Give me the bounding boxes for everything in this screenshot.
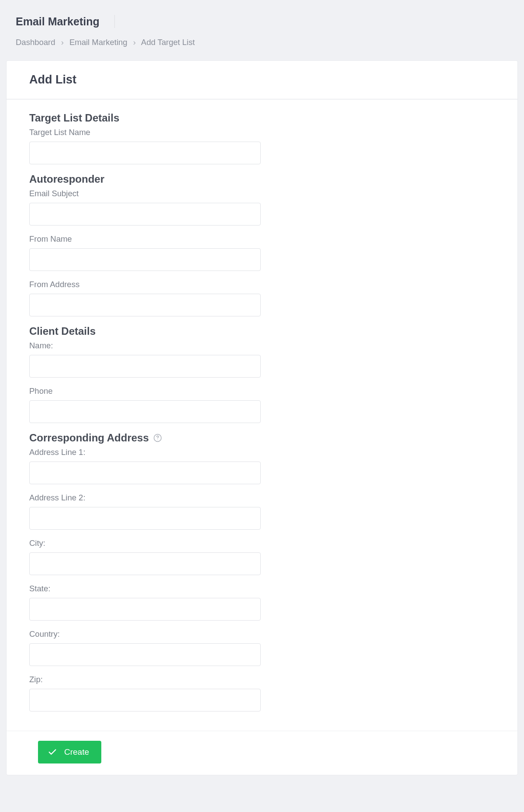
chevron-right-icon: › xyxy=(133,38,136,47)
label-from-address: From Address xyxy=(29,280,495,289)
add-list-card: Add List Target List Details Target List… xyxy=(6,60,518,775)
target-list-name-input[interactable] xyxy=(29,142,261,164)
section-client-details: Client Details Name: Phone xyxy=(29,325,495,423)
email-subject-input[interactable] xyxy=(29,203,261,226)
client-phone-input[interactable] xyxy=(29,400,261,423)
help-icon[interactable] xyxy=(153,434,162,442)
breadcrumb: Dashboard › Email Marketing › Add Target… xyxy=(16,38,508,47)
label-country: Country: xyxy=(29,629,495,639)
svg-point-1 xyxy=(157,440,158,440)
city-input[interactable] xyxy=(29,552,261,575)
breadcrumb-item-current: Add Target List xyxy=(141,38,195,47)
page-title: Email Marketing xyxy=(16,15,115,28)
section-target-list-details: Target List Details Target List Name xyxy=(29,112,495,164)
card-title: Add List xyxy=(29,73,500,87)
label-state: State: xyxy=(29,584,495,593)
label-email-subject: Email Subject xyxy=(29,189,495,198)
section-autoresponder: Autoresponder Email Subject From Name Fr… xyxy=(29,173,495,316)
label-client-name: Name: xyxy=(29,341,495,350)
label-client-phone: Phone xyxy=(29,386,495,396)
label-city: City: xyxy=(29,538,495,548)
country-input[interactable] xyxy=(29,643,261,666)
label-address-line-2: Address Line 2: xyxy=(29,493,495,503)
from-name-input[interactable] xyxy=(29,248,261,271)
create-button-label: Create xyxy=(64,747,89,757)
label-from-name: From Name xyxy=(29,234,495,244)
label-zip: Zip: xyxy=(29,675,495,684)
zip-input[interactable] xyxy=(29,689,261,711)
section-title-autoresponder: Autoresponder xyxy=(29,173,495,185)
label-target-list-name: Target List Name xyxy=(29,128,495,137)
chevron-right-icon: › xyxy=(61,38,64,47)
section-title-target-list: Target List Details xyxy=(29,112,495,124)
breadcrumb-item-dashboard[interactable]: Dashboard xyxy=(16,38,55,47)
label-address-line-1: Address Line 1: xyxy=(29,448,495,457)
section-title-corresponding-address: Corresponding Address xyxy=(29,432,149,444)
client-name-input[interactable] xyxy=(29,355,261,378)
create-button[interactable]: Create xyxy=(38,741,101,763)
section-title-client-details: Client Details xyxy=(29,325,495,337)
state-input[interactable] xyxy=(29,598,261,621)
address-line-2-input[interactable] xyxy=(29,507,261,530)
section-corresponding-address: Corresponding Address Address Line 1: Ad… xyxy=(29,432,495,711)
address-line-1-input[interactable] xyxy=(29,462,261,484)
from-address-input[interactable] xyxy=(29,294,261,316)
check-icon xyxy=(48,747,57,757)
breadcrumb-item-email-marketing[interactable]: Email Marketing xyxy=(69,38,128,47)
